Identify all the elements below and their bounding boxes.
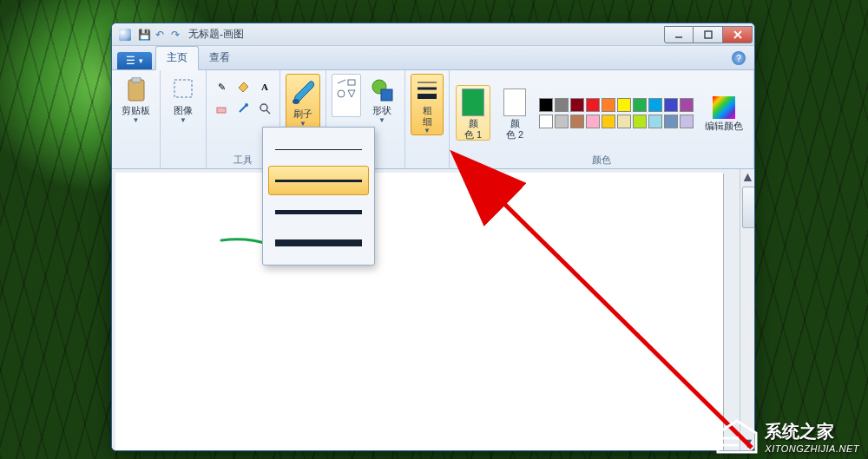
thickness-option-1px[interactable] [268, 134, 369, 164]
picker-tool[interactable] [233, 99, 253, 118]
color1-label: 颜 色 1 [464, 118, 482, 140]
brushes-label: 刷子 [293, 108, 312, 120]
svg-rect-8 [217, 108, 226, 113]
thickness-option-3px[interactable] [268, 166, 369, 195]
shapes-gallery[interactable] [332, 74, 361, 117]
chevron-down-icon: ▼ [133, 116, 140, 124]
group-colors-label: 颜色 [455, 152, 748, 168]
color-palette [539, 98, 694, 128]
svg-point-11 [260, 104, 267, 111]
scroll-up-icon[interactable]: ▲ [740, 169, 755, 184]
thickness-option-5px[interactable] [268, 197, 369, 226]
watermark: 系统之家 XITONGZHIJIA.NET [716, 419, 859, 454]
workspace: ▲ ▼ [112, 169, 754, 450]
group-colors: 颜 色 1 颜 色 2 [450, 70, 754, 168]
maximize-button[interactable] [694, 26, 723, 43]
chevron-down-icon: ▼ [424, 127, 431, 134]
eraser-tool[interactable] [212, 99, 231, 118]
svg-point-16 [338, 90, 345, 97]
svg-rect-1 [705, 31, 712, 38]
chevron-down-icon: ▼ [378, 116, 385, 124]
tab-home[interactable]: 主页 [155, 46, 199, 70]
group-size-label [411, 165, 444, 168]
group-clipboard: 剪贴板 ▼ [112, 70, 161, 168]
palette-color[interactable] [555, 98, 569, 112]
paint-window: 💾 ↶ ↷ 无标题 - 画图 ☰ 主页 查看 ? [111, 23, 755, 451]
group-image: 图像 ▼ [161, 70, 207, 168]
color1-swatch [462, 89, 484, 116]
thickness-option-8px[interactable] [268, 228, 369, 258]
group-image-label [166, 165, 201, 168]
undo-icon[interactable]: ↶ [154, 29, 166, 41]
palette-color[interactable] [680, 98, 694, 112]
brushes-button[interactable]: 刷子 ▼ [286, 74, 320, 128]
file-menu-icon: ☰ [126, 55, 135, 67]
edit-colors-button[interactable]: 编辑颜色 [700, 93, 747, 133]
select-label: 图像 [174, 105, 193, 116]
palette-color[interactable] [602, 115, 615, 128]
palette-color[interactable] [664, 98, 678, 112]
color2-label: 颜 色 2 [506, 118, 523, 140]
group-clipboard-label [117, 165, 155, 168]
palette-color[interactable] [617, 115, 631, 128]
paste-button[interactable]: 剪贴板 ▼ [117, 74, 155, 125]
ribbon-tabs: ☰ 主页 查看 ? [112, 46, 754, 70]
svg-line-14 [338, 80, 345, 83]
palette-color[interactable] [539, 115, 553, 128]
svg-rect-23 [713, 96, 735, 119]
size-button[interactable]: 粗 细 ▼ [411, 74, 444, 135]
minimize-button[interactable] [664, 26, 694, 43]
palette-color[interactable] [633, 115, 647, 128]
app-icon [119, 29, 131, 41]
watermark-url: XITONGZHIJIA.NET [765, 443, 859, 454]
size-label: 粗 细 [423, 105, 432, 127]
svg-rect-19 [381, 89, 392, 101]
file-menu-button[interactable]: ☰ [117, 52, 152, 69]
shapes-button[interactable]: 形状 ▼ [365, 74, 399, 125]
svg-marker-17 [348, 90, 355, 97]
paste-label: 剪贴板 [122, 105, 150, 116]
save-icon[interactable]: 💾 [138, 29, 150, 41]
svg-rect-5 [132, 77, 141, 82]
palette-color[interactable] [570, 115, 584, 128]
magnifier-tool[interactable] [255, 99, 274, 118]
svg-rect-4 [128, 80, 144, 101]
select-button[interactable]: 图像 ▼ [166, 74, 201, 125]
svg-line-12 [266, 110, 270, 114]
palette-color[interactable] [602, 98, 615, 112]
group-size: 粗 细 ▼ [405, 70, 450, 168]
thickness-dropdown [262, 127, 375, 266]
titlebar: 💾 ↶ ↷ 无标题 - 画图 [112, 23, 754, 46]
color2-button[interactable]: 颜 色 2 [497, 85, 532, 141]
palette-color[interactable] [648, 98, 662, 112]
palette-color[interactable] [586, 98, 600, 112]
tab-view[interactable]: 查看 [199, 47, 240, 69]
svg-point-10 [245, 103, 248, 107]
palette-color[interactable] [586, 115, 600, 128]
pencil-tool[interactable]: ✎ [212, 77, 231, 96]
vertical-scrollbar[interactable]: ▲ ▼ [740, 169, 754, 450]
app-name: 画图 [223, 27, 244, 42]
palette-color[interactable] [570, 98, 584, 112]
svg-rect-6 [174, 80, 192, 97]
palette-color[interactable] [539, 98, 553, 112]
quick-access-toolbar: 💾 ↶ ↷ [138, 29, 181, 41]
palette-color[interactable] [680, 115, 694, 128]
palette-color[interactable] [664, 115, 678, 128]
shapes-label: 形状 [372, 105, 391, 116]
svg-marker-26 [718, 421, 756, 452]
text-tool[interactable]: A [255, 77, 274, 96]
close-button[interactable] [723, 26, 753, 43]
svg-rect-15 [348, 80, 355, 85]
help-icon[interactable]: ? [732, 51, 746, 65]
fill-tool[interactable] [233, 77, 253, 96]
palette-color[interactable] [617, 98, 631, 112]
canvas-viewport [112, 169, 740, 450]
palette-color[interactable] [633, 98, 647, 112]
color1-button[interactable]: 颜 色 1 [456, 85, 490, 141]
palette-color[interactable] [555, 115, 569, 128]
redo-icon[interactable]: ↷ [169, 29, 181, 41]
canvas[interactable] [115, 173, 723, 450]
edit-colors-label: 编辑颜色 [705, 121, 743, 132]
palette-color[interactable] [648, 115, 662, 128]
